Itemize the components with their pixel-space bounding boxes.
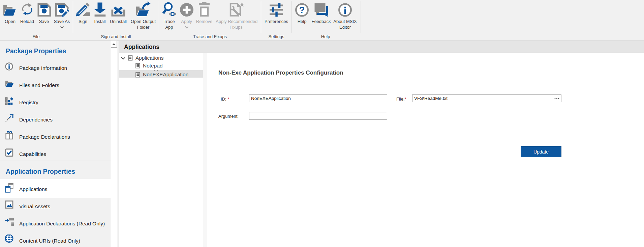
- svg-text:?: ?: [299, 5, 305, 15]
